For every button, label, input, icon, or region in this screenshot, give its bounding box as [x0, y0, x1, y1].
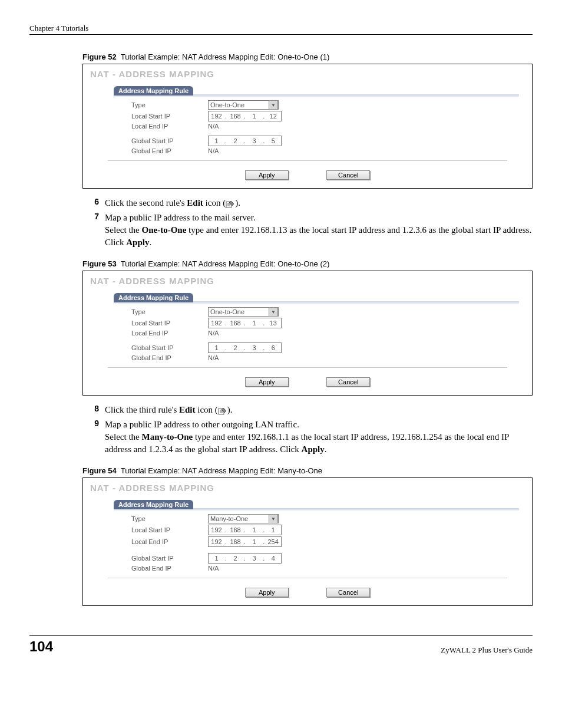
panel-divider — [108, 160, 507, 161]
local-end-value: N/A — [208, 330, 219, 337]
steps-6-7: 6 Click the second rule's Edit icon (). … — [82, 197, 533, 249]
label-global-end: Global End IP — [131, 354, 208, 361]
figure-52-panel: NAT - ADDRESS MAPPING Address Mapping Ru… — [82, 64, 533, 189]
type-select[interactable]: Many-to-One▼ — [208, 514, 279, 523]
apply-button[interactable]: Apply — [245, 170, 289, 180]
label-global-start: Global Start IP — [131, 344, 208, 351]
label-global-end: Global End IP — [131, 147, 208, 154]
cancel-button[interactable]: Cancel — [326, 170, 370, 180]
label-local-start: Local Start IP — [131, 113, 208, 120]
cancel-button[interactable]: Cancel — [326, 588, 370, 597]
figure-54-panel: NAT - ADDRESS MAPPING Address Mapping Ru… — [82, 477, 533, 606]
local-start-ip[interactable]: 192. 168. 1. 1 — [208, 525, 282, 535]
step-6-text: Click the second rule's Edit icon (). — [105, 197, 240, 209]
apply-button[interactable]: Apply — [245, 377, 289, 387]
label-global-start: Global Start IP — [131, 137, 208, 144]
local-start-ip[interactable]: 192. 168. 1. 13 — [208, 318, 282, 328]
nat-title: NAT - ADDRESS MAPPING — [90, 69, 525, 79]
form-52: Type One-to-One▼ Local Start IP 192. 168… — [131, 100, 525, 154]
page-number: 104 — [29, 638, 53, 655]
global-start-ip[interactable]: 1. 2. 3. 4 — [208, 553, 282, 564]
figure-52-num: Figure 52 — [82, 52, 117, 61]
guide-name: ZyWALL 2 Plus User's Guide — [441, 645, 533, 655]
step-9-text: Map a public IP address to other outgoin… — [105, 419, 533, 456]
label-type: Type — [131, 101, 208, 108]
figure-53-text: Tutorial Example: NAT Address Mapping Ed… — [121, 259, 330, 268]
form-54: Type Many-to-One▼ Local Start IP 192. 16… — [131, 514, 525, 572]
label-type: Type — [131, 515, 208, 522]
step-num-9: 9 — [82, 419, 99, 456]
step-num-7: 7 — [82, 212, 99, 249]
cancel-button[interactable]: Cancel — [326, 377, 370, 387]
label-local-start: Local Start IP — [131, 526, 208, 533]
figure-53-caption: Figure 53 Tutorial Example: NAT Address … — [82, 259, 533, 268]
nat-title: NAT - ADDRESS MAPPING — [90, 483, 525, 493]
type-select[interactable]: One-to-One▼ — [208, 100, 279, 110]
local-start-ip[interactable]: 192. 168. 1. 12 — [208, 111, 282, 121]
figure-52-text: Tutorial Example: NAT Address Mapping Ed… — [121, 52, 330, 61]
label-local-end: Local End IP — [131, 123, 208, 130]
label-global-end: Global End IP — [131, 565, 208, 572]
label-local-end: Local End IP — [131, 330, 208, 337]
section-header: Address Mapping Rule — [114, 86, 193, 95]
edit-icon — [218, 407, 227, 415]
form-53: Type One-to-One▼ Local Start IP 192. 168… — [131, 307, 525, 361]
figure-54-num: Figure 54 — [82, 466, 117, 475]
figure-52-caption: Figure 52 Tutorial Example: NAT Address … — [82, 52, 533, 61]
nat-title: NAT - ADDRESS MAPPING — [90, 276, 525, 286]
label-global-start: Global Start IP — [131, 555, 208, 562]
global-end-value: N/A — [208, 354, 219, 361]
dropdown-icon: ▼ — [269, 514, 278, 523]
step-7-text: Map a public IP address to the mail serv… — [105, 212, 533, 249]
global-end-value: N/A — [208, 565, 219, 572]
label-local-start: Local Start IP — [131, 319, 208, 327]
figure-53-num: Figure 53 — [82, 259, 117, 268]
step-8-text: Click the third rule's Edit icon (). — [105, 404, 233, 416]
chapter-header: Chapter 4 Tutorials — [29, 24, 533, 35]
type-select[interactable]: One-to-One▼ — [208, 307, 279, 317]
local-end-value: N/A — [208, 123, 219, 130]
global-end-value: N/A — [208, 147, 219, 154]
step-num-6: 6 — [82, 197, 99, 209]
step-num-8: 8 — [82, 404, 99, 416]
steps-8-9: 8 Click the third rule's Edit icon (). 9… — [82, 404, 533, 456]
section-header: Address Mapping Rule — [114, 500, 193, 509]
dropdown-icon: ▼ — [269, 100, 278, 110]
global-start-ip[interactable]: 1. 2. 3. 5 — [208, 136, 282, 146]
figure-54-caption: Figure 54 Tutorial Example: NAT Address … — [82, 466, 533, 475]
dropdown-icon: ▼ — [269, 307, 278, 317]
local-end-ip[interactable]: 192. 168. 1. 254 — [208, 536, 282, 547]
panel-divider — [108, 367, 507, 368]
figure-54-text: Tutorial Example: NAT Address Mapping Ed… — [121, 466, 322, 475]
label-local-end: Local End IP — [131, 538, 208, 545]
label-type: Type — [131, 308, 208, 315]
panel-divider — [108, 578, 507, 578]
page-footer: 104 ZyWALL 2 Plus User's Guide — [29, 635, 533, 655]
section-header: Address Mapping Rule — [114, 293, 193, 302]
global-start-ip[interactable]: 1. 2. 3. 6 — [208, 342, 282, 353]
apply-button[interactable]: Apply — [245, 588, 289, 597]
edit-icon — [226, 200, 235, 208]
figure-53-panel: NAT - ADDRESS MAPPING Address Mapping Ru… — [82, 271, 533, 396]
